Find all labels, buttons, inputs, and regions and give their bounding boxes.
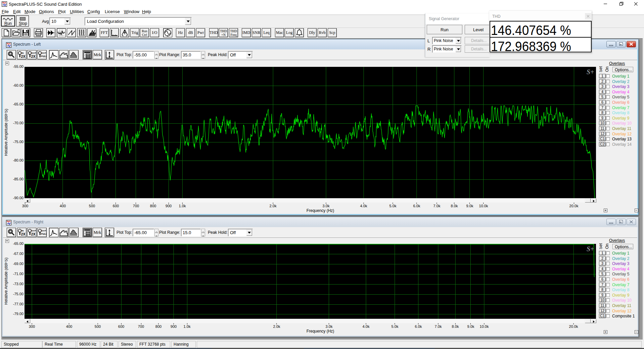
svg-text:IN: IN — [21, 52, 24, 54]
svg-text:2X: 2X — [31, 54, 36, 58]
svg-text:2X: 2X — [21, 54, 26, 58]
svg-text:S+: S+ — [587, 245, 594, 253]
svg-text:Set: Set — [599, 243, 603, 249]
svg-text:OUT: OUT — [32, 229, 36, 232]
svg-text:Set: Set — [599, 66, 603, 72]
svg-text:OUT: OUT — [42, 52, 46, 54]
svg-text:Relative Amplitude (dBFS): Relative Amplitude (dBFS) — [5, 258, 8, 305]
svg-text:IN: IN — [21, 229, 24, 232]
svg-text:On: On — [605, 244, 609, 249]
svg-text:OUT: OUT — [32, 52, 36, 54]
svg-text:On: On — [605, 67, 609, 72]
svg-text:FULL: FULL — [41, 55, 46, 57]
svg-text:S+: S+ — [587, 68, 594, 76]
svg-text:2X: 2X — [31, 232, 36, 236]
svg-text:OUT: OUT — [42, 229, 46, 232]
svg-text:2X: 2X — [21, 232, 26, 236]
svg-text:Relative Amplitude (dBFS): Relative Amplitude (dBFS) — [5, 109, 8, 156]
svg-text:FULL: FULL — [41, 233, 46, 235]
